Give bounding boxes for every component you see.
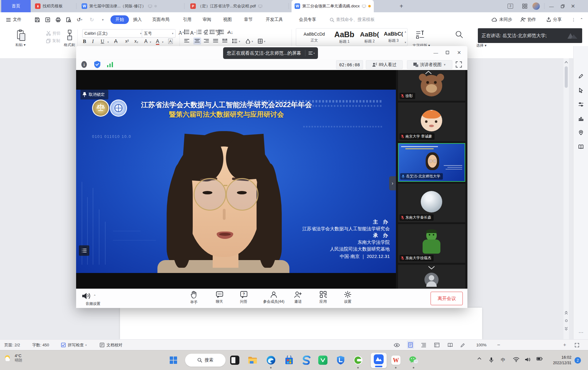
find-replace-icon[interactable] [455, 30, 463, 39]
participant-tile-partial[interactable] [398, 265, 465, 289]
styles-scroll-up[interactable]: ▲ [404, 30, 407, 33]
tab-developer[interactable]: 开发工具 [264, 15, 285, 24]
chart-tool-icon[interactable] [577, 115, 585, 122]
align-center-button[interactable] [193, 37, 201, 45]
leave-meeting-button[interactable]: 离开会议 [431, 292, 463, 305]
tab-insert[interactable]: 插入 [131, 15, 144, 24]
tab-references[interactable]: 引用 [181, 15, 193, 24]
export-icon[interactable] [44, 16, 52, 23]
sidebar-expand-handle[interactable]: › [389, 176, 396, 190]
notification-badge[interactable]: 2 [574, 357, 581, 364]
app-file-explorer[interactable] [247, 355, 258, 366]
zoom-in-button[interactable]: ＋ [562, 340, 567, 350]
styles-scroll-down[interactable]: ▼ [404, 41, 407, 44]
copy-button[interactable]: 复制 [46, 38, 60, 44]
vertical-scrollbar[interactable] [563, 58, 569, 339]
align-left-button[interactable] [184, 39, 189, 43]
shading-dropdown[interactable]: ▾ [252, 40, 253, 43]
location-pin-icon[interactable] [577, 129, 585, 136]
chat-button[interactable]: 聊天 [209, 291, 230, 304]
tab-review[interactable]: 审阅 [201, 15, 213, 24]
app-wechat[interactable] [408, 355, 419, 366]
more-menu-icon[interactable]: ⋮ [570, 15, 578, 24]
word-count[interactable]: 字数: 450 [32, 340, 49, 350]
invite-button[interactable]: 邀请 [287, 291, 309, 304]
sidebar-scroll-down-icon[interactable] [428, 266, 435, 270]
adjust-tools-icon[interactable] [577, 101, 585, 108]
annotate-pen-icon[interactable] [577, 72, 585, 80]
participant-tile-xuzhang[interactable]: 徐彰 [398, 70, 465, 101]
meeting-minimize-button[interactable]: — [431, 49, 440, 56]
style-normal[interactable]: AaBbCcDd 正文 [297, 30, 331, 45]
line-spacing-button[interactable] [232, 39, 237, 43]
style-heading1[interactable]: AaBb 标题 1 [332, 30, 356, 45]
tab-section[interactable]: 章节 [242, 15, 254, 24]
restore-button[interactable] [558, 0, 567, 12]
tab-member[interactable]: 会员专享 [297, 15, 318, 24]
style-heading3[interactable]: AaBbC( 标题 3 [383, 30, 404, 45]
read-mode-icon[interactable] [447, 340, 453, 350]
line-spacing-dropdown[interactable]: ▾ [239, 40, 240, 43]
document-proofing[interactable]: 文档校对 [99, 340, 122, 350]
sidebar-scroll-up-icon[interactable] [425, 71, 432, 74]
scroll-thumb[interactable] [565, 66, 568, 88]
tray-expand-chevron[interactable] [478, 357, 481, 360]
fullscreen-icon[interactable] [455, 61, 462, 68]
bullet-list-button[interactable] [184, 29, 190, 34]
save-icon[interactable] [33, 16, 41, 23]
members-button[interactable]: 参会成员(44) [260, 291, 288, 304]
meeting-maximize-button[interactable] [443, 49, 452, 56]
tray-battery-icon[interactable] [536, 357, 543, 360]
highlight-color-button[interactable]: A [144, 39, 148, 44]
app-blue-l[interactable] [335, 355, 346, 366]
browse-object-button[interactable] [564, 317, 569, 324]
doc-tab-active-newsletter[interactable]: W 第三分会场第二单元通讯稿.docx [292, 0, 374, 12]
viewers-count[interactable]: 89人看过 [366, 60, 403, 69]
minimize-button[interactable]: — [547, 0, 556, 12]
app-microsoft-store[interactable] [284, 355, 295, 366]
sync-status-button[interactable]: 未同步 [490, 15, 514, 24]
collapse-ribbon-icon[interactable]: ⌃ [578, 15, 585, 24]
cut-button[interactable]: 剪切 [46, 31, 60, 36]
new-tab-button[interactable]: + [397, 0, 406, 12]
font-name-select[interactable]: Calibri (正文)▾ [82, 29, 144, 38]
numbered-dropdown[interactable]: ▾ [203, 31, 205, 34]
tab-page-layout[interactable]: 页面布局 [150, 15, 171, 24]
char-border-button[interactable]: A [168, 39, 173, 44]
justify-button[interactable] [213, 39, 218, 43]
app-photos-dark[interactable] [229, 355, 240, 366]
fit-page-icon[interactable] [574, 340, 579, 350]
font-color-dropdown[interactable]: ▾ [162, 41, 164, 44]
apps-button[interactable]: 应用 [312, 291, 334, 304]
book-reader-icon[interactable] [577, 143, 585, 150]
print-icon[interactable] [54, 16, 62, 23]
participant-tile-yueaijie-speaking[interactable]: 岳艾洁-北京师范大学 [398, 143, 465, 182]
pointer-icon[interactable] [577, 87, 585, 94]
app-wps-office[interactable]: W [390, 355, 401, 366]
clock[interactable]: 16:02 2022/12/31 [546, 355, 571, 366]
italic-button[interactable]: I [92, 39, 94, 44]
tray-volume-icon[interactable] [525, 357, 530, 362]
highlight-dropdown[interactable]: ▾ [150, 41, 151, 44]
file-menu[interactable]: 文件 [4, 15, 23, 24]
participant-tile-zhangchenghao[interactable]: 南京大学 章诚豪 [398, 103, 465, 141]
weather-widget[interactable]: 4°C 晴朗 [3, 353, 22, 363]
watching-screen-banner[interactable]: 您正在观看岳艾洁-北京师范...的屏幕 ▾ [223, 47, 318, 59]
start-button[interactable] [168, 355, 179, 366]
select-tool-label[interactable]: 选择 ▾ [476, 43, 486, 48]
meeting-security-shield-icon[interactable] [94, 60, 101, 68]
home-tab[interactable]: 首页 [1, 0, 31, 12]
paste-label[interactable]: 粘贴 ▾ [15, 42, 25, 48]
underline-button[interactable]: U [101, 39, 104, 44]
tray-ime-indicator[interactable]: 中 [501, 357, 505, 363]
tray-wifi-icon[interactable] [513, 357, 519, 362]
view-mode-select[interactable]: 演讲者视图 ▼ [407, 60, 452, 69]
decrease-indent-button[interactable] [209, 29, 215, 34]
doc-tab-law-conference[interactable]: W 第七届中国法律...（简版-修订） [79, 0, 160, 12]
subscript-button[interactable]: x₂ [134, 39, 138, 44]
zoom-level[interactable]: 100% [476, 340, 486, 350]
apps-grid-icon[interactable] [520, 0, 529, 12]
command-search-input[interactable]: 查找命令、搜索模板 [328, 15, 377, 24]
tray-mic-icon[interactable] [489, 357, 493, 363]
align-right-button[interactable] [204, 39, 209, 43]
